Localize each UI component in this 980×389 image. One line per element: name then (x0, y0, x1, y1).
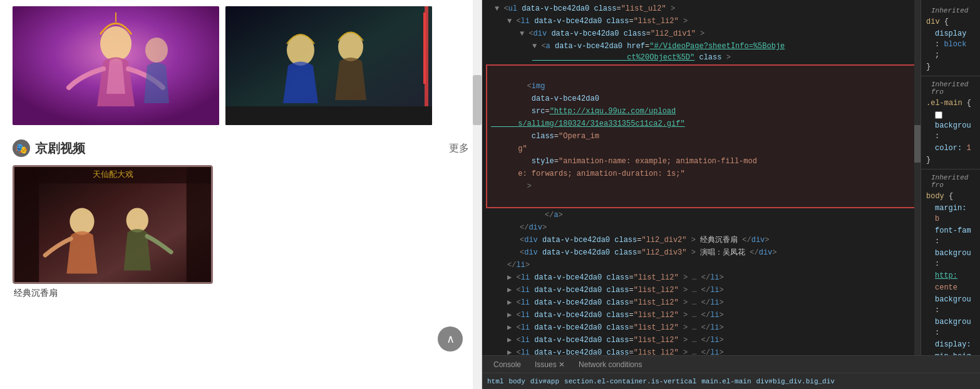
style-section-div: Inherited div { display : block ; } (921, 3, 980, 76)
style-property-row: backgrou : (926, 248, 975, 270)
featured-video: 天仙配大戏 经典沉香扇 (13, 165, 213, 299)
style-property-row: http: (926, 270, 975, 282)
svg-rect-11 (187, 166, 211, 283)
svg-text:天仙配大戏: 天仙配大戏 (93, 170, 133, 179)
style-property-row: display: (926, 339, 975, 351)
inherited-label-1: Inherited (926, 5, 975, 16)
svg-rect-9 (14, 166, 211, 283)
dom-line[interactable]: </div> (482, 221, 921, 234)
style-property-row: color: 1 (926, 143, 975, 154)
dom-scroll-thumb[interactable] (914, 125, 921, 163)
expand-arrow[interactable]: ▼ (495, 4, 499, 13)
dom-line[interactable]: ▼ <li data-v-bce42da0 class="list_li2" > (482, 15, 921, 28)
breadcrumb-big-div[interactable]: div#big_div.big_div (756, 378, 834, 385)
style-property-row: cente (926, 282, 975, 294)
svg-point-1 (100, 26, 132, 61)
section-icon: 🎭 (13, 139, 30, 157)
video-thumb-2[interactable] (225, 6, 432, 125)
tab-console[interactable]: Console (487, 358, 527, 371)
style-property-row: backgrou : (926, 316, 975, 339)
svg-point-15 (126, 208, 148, 233)
style-property-row: display : block ; (926, 28, 975, 61)
style-rule: div { (926, 16, 975, 28)
expand-arrow[interactable]: ▼ (532, 42, 537, 51)
expand-arrow[interactable]: ▼ (507, 17, 512, 26)
breadcrumb-app[interactable]: div#app (530, 378, 559, 385)
featured-thumb-inner: 天仙配大戏 (14, 167, 211, 282)
dom-line[interactable]: ▶ <li data-v-bce42da0 class="list_li2" >… (482, 321, 921, 334)
dom-line[interactable]: ▶ <li data-v-bce42da0 class="list_li2" >… (482, 271, 921, 284)
section-title-text: 京剧视频 (35, 140, 85, 157)
breadcrumb-section[interactable]: section.el-container.is-vertical (564, 378, 696, 385)
section-header: 🎭 京剧视频 更多 (0, 134, 482, 162)
dom-line[interactable]: </li> (482, 259, 921, 271)
devtools-styles: Inherited div { display : block ; } Inhe… (921, 0, 980, 389)
dom-line[interactable]: ▼ <div data-v-bce42da0 class="li2_div1" … (482, 28, 921, 40)
dom-line[interactable]: ▼ <ul data-v-bce42da0 class="list_ul2" > (482, 3, 921, 15)
devtools-breadcrumb: html body div#app section.el-container.i… (482, 373, 980, 389)
breadcrumb-body[interactable]: body (508, 378, 525, 385)
featured-thumb[interactable]: 天仙配大戏 (13, 165, 213, 284)
breadcrumb-html[interactable]: html (487, 378, 503, 385)
style-property-row: backgrou : (926, 109, 975, 143)
dom-scroll-indicator (914, 0, 921, 389)
featured-video-title: 经典沉香扇 (13, 288, 213, 299)
tab-issues[interactable]: Issues ✕ (529, 358, 571, 371)
section-title: 🎭 京剧视频 (13, 139, 85, 157)
inherited-label-3: Inherited fro (926, 172, 975, 191)
more-link[interactable]: 更多 (449, 142, 469, 155)
video-grid (0, 0, 482, 131)
dom-line[interactable]: ▶ <li data-v-bce42da0 class="list_li2" >… (482, 309, 921, 321)
svg-point-3 (145, 38, 168, 63)
dom-line[interactable]: </a> (482, 209, 921, 221)
devtools-bottom-tabs: Console Issues ✕ Network conditions (482, 355, 980, 373)
dom-line[interactable]: <div data-v-bce42da0 class="li2_div3" > … (482, 246, 921, 259)
style-rule: } (926, 154, 975, 166)
back-to-top-icon: ∧ (446, 332, 455, 346)
svg-rect-6 (225, 106, 432, 125)
expand-arrow[interactable]: ▼ (520, 29, 524, 38)
dom-line-selected[interactable]: <img data-v-bce42da0 src="http://xiqu.99… (486, 64, 917, 208)
devtools-dom: ▼ <ul data-v-bce42da0 class="list_ul2" >… (482, 0, 921, 389)
style-rule: body { (926, 191, 975, 203)
svg-point-14 (70, 208, 94, 235)
scroll-thumb[interactable] (473, 75, 482, 125)
devtools-panel: ▼ <ul data-v-bce42da0 class="list_ul2" >… (482, 0, 980, 389)
style-property-row: margin: b (926, 203, 975, 225)
back-to-top-button[interactable]: ∧ (438, 326, 463, 351)
main-layout: 🎭 京剧视频 更多 (0, 0, 980, 389)
dom-line[interactable]: ▼ <a data-v-bce42da0 href="#/VideoPage?s… (482, 40, 921, 64)
breadcrumb-main[interactable]: main.el-main (701, 378, 751, 385)
dom-line[interactable]: ▶ <li data-v-bce42da0 class="list_li2" >… (482, 296, 921, 309)
tab-network-conditions[interactable]: Network conditions (572, 358, 648, 371)
style-property-row: font-fam : (926, 225, 975, 248)
inherited-label-2: Inherited fro (926, 79, 975, 98)
scroll-bar[interactable] (473, 0, 482, 389)
style-checkbox[interactable] (935, 111, 942, 119)
style-section-el-main: Inherited fro .el-main { backgrou : colo… (921, 76, 980, 169)
dom-line[interactable]: ▶ <li data-v-bce42da0 class="list_li2" >… (482, 334, 921, 346)
style-rule: } (926, 61, 975, 73)
dom-line[interactable]: ▶ <li data-v-bce42da0 class="list_li2" >… (482, 284, 921, 296)
video-thumb-1[interactable] (13, 6, 219, 125)
dom-line[interactable]: <div data-v-bce42da0 class="li2_div2" > … (482, 234, 921, 246)
webpage-panel: 🎭 京剧视频 更多 (0, 0, 482, 389)
style-property-row: backgrou : (926, 294, 975, 316)
svg-rect-10 (14, 166, 39, 283)
style-rule: .el-main { (926, 98, 975, 109)
